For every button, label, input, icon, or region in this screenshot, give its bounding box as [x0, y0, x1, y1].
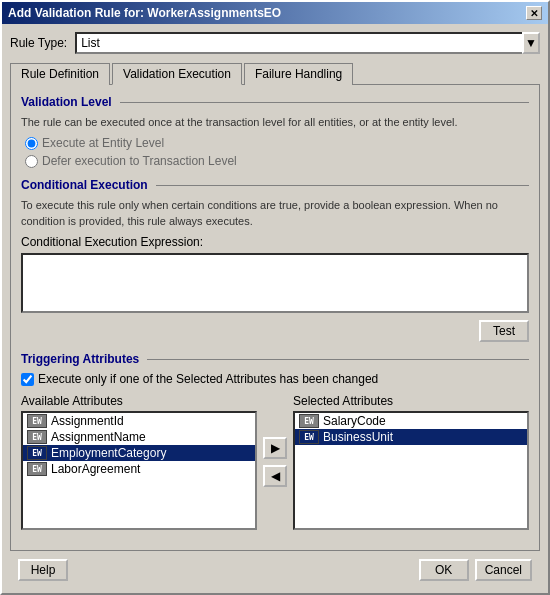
- ok-button[interactable]: OK: [419, 559, 469, 581]
- attributes-container: Available Attributes EW AssignmentId EW …: [21, 394, 529, 530]
- validation-level-title: Validation Level: [21, 95, 529, 109]
- validation-level-radios: Execute at Entity Level Defer execution …: [25, 136, 529, 168]
- rule-type-row: Rule Type: List Script Method ▼: [10, 32, 540, 54]
- tab-rule-definition[interactable]: Rule Definition: [10, 63, 110, 85]
- attr-icon: EW: [27, 446, 47, 460]
- available-attributes-label: Available Attributes: [21, 394, 257, 408]
- radio-entity-label[interactable]: Execute at Entity Level: [25, 136, 529, 150]
- tab-validation-execution[interactable]: Validation Execution: [112, 63, 242, 85]
- radio-entity[interactable]: [25, 137, 38, 150]
- tab-failure-handling[interactable]: Failure Handling: [244, 63, 353, 85]
- list-item[interactable]: EW LaborAgreement: [23, 461, 255, 477]
- attr-icon: EW: [299, 414, 319, 428]
- attr-label: LaborAgreement: [51, 462, 140, 476]
- trigger-checkbox-label: Execute only if one of the Selected Attr…: [38, 372, 378, 386]
- expression-label: Conditional Execution Expression:: [21, 235, 529, 249]
- radio-transaction-label[interactable]: Defer execution to Transaction Level: [25, 154, 529, 168]
- selected-attributes-label: Selected Attributes: [293, 394, 529, 408]
- selected-attributes-panel: Selected Attributes EW SalaryCode EW Bus…: [293, 394, 529, 530]
- triggering-attributes-title: Triggering Attributes: [21, 352, 529, 366]
- list-item[interactable]: EW SalaryCode: [295, 413, 527, 429]
- conditional-execution-title: Conditional Execution: [21, 178, 529, 192]
- bottom-right-buttons: OK Cancel: [419, 559, 532, 581]
- available-attributes-panel: Available Attributes EW AssignmentId EW …: [21, 394, 257, 530]
- window-body: Rule Type: List Script Method ▼ Rule Def…: [2, 24, 548, 593]
- radio-transaction[interactable]: [25, 155, 38, 168]
- arrows-col: ▶ ◀: [257, 394, 293, 530]
- attr-icon: EW: [27, 462, 47, 476]
- attr-label: BusinessUnit: [323, 430, 393, 444]
- conditional-execution-section: Conditional Execution To execute this ru…: [21, 178, 529, 342]
- available-attributes-listbox[interactable]: EW AssignmentId EW AssignmentName EW Emp…: [21, 411, 257, 530]
- attr-icon: EW: [27, 414, 47, 428]
- cancel-button[interactable]: Cancel: [475, 559, 532, 581]
- list-item[interactable]: EW AssignmentName: [23, 429, 255, 445]
- triggering-attributes-section: Triggering Attributes Execute only if on…: [21, 352, 529, 530]
- bottom-bar: Help OK Cancel: [10, 551, 540, 585]
- move-right-button[interactable]: ▶: [263, 437, 287, 459]
- rule-type-select[interactable]: List Script Method: [75, 32, 540, 54]
- list-item[interactable]: EW AssignmentId: [23, 413, 255, 429]
- tabs: Rule Definition Validation Execution Fai…: [10, 62, 540, 84]
- attr-label: AssignmentId: [51, 414, 124, 428]
- trigger-check-row: Execute only if one of the Selected Attr…: [21, 372, 529, 386]
- list-item[interactable]: EW BusinessUnit: [295, 429, 527, 445]
- main-window: Add Validation Rule for: WorkerAssignmen…: [0, 0, 550, 595]
- test-btn-row: Test: [21, 320, 529, 342]
- trigger-checkbox[interactable]: [21, 373, 34, 386]
- close-button[interactable]: ✕: [526, 6, 542, 20]
- attr-label: EmploymentCategory: [51, 446, 166, 460]
- conditional-expression-textarea[interactable]: [21, 253, 529, 313]
- attr-label: AssignmentName: [51, 430, 146, 444]
- attr-icon: EW: [27, 430, 47, 444]
- validation-level-description: The rule can be executed once at the tra…: [21, 115, 529, 130]
- title-bar: Add Validation Rule for: WorkerAssignmen…: [2, 2, 548, 24]
- rule-type-select-wrapper: List Script Method ▼: [75, 32, 540, 54]
- attr-label: SalaryCode: [323, 414, 386, 428]
- selected-attributes-listbox[interactable]: EW SalaryCode EW BusinessUnit: [293, 411, 529, 530]
- window-title: Add Validation Rule for: WorkerAssignmen…: [8, 6, 281, 20]
- test-button[interactable]: Test: [479, 320, 529, 342]
- conditional-execution-description: To execute this rule only when certain c…: [21, 198, 529, 229]
- move-left-button[interactable]: ◀: [263, 465, 287, 487]
- tab-content: Validation Level The rule can be execute…: [10, 84, 540, 551]
- help-button[interactable]: Help: [18, 559, 68, 581]
- rule-type-label: Rule Type:: [10, 36, 67, 50]
- validation-level-section: Validation Level The rule can be execute…: [21, 95, 529, 168]
- attr-icon: EW: [299, 430, 319, 444]
- list-item[interactable]: EW EmploymentCategory: [23, 445, 255, 461]
